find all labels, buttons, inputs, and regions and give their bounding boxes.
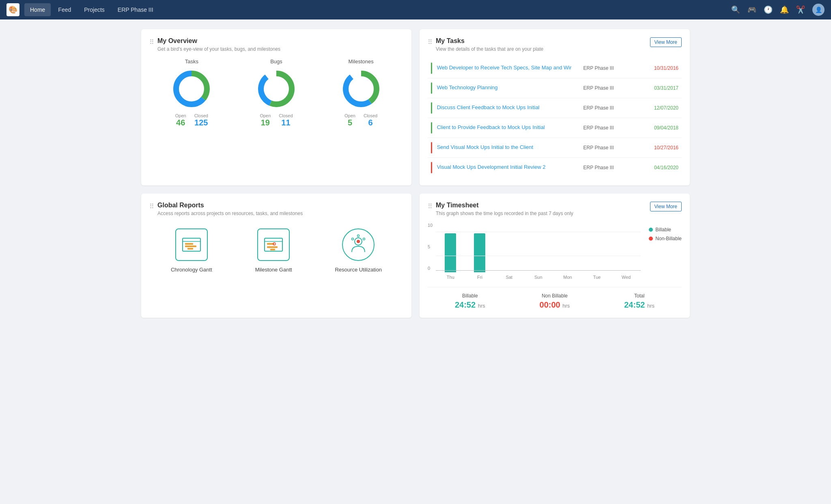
settings-icon[interactable]: ✂️ [796, 5, 805, 14]
bars-container: Thu Fri Sat Sun Mon Tue Wed [436, 232, 641, 280]
tasks-closed-group: Closed 125 [194, 113, 208, 127]
tasks-donut-canvas [171, 69, 212, 109]
bar-group: Thu [436, 233, 465, 280]
total-value: 24:52 hrs [624, 300, 654, 310]
task-date: 10/27/2016 [635, 138, 682, 158]
task-project: ERP Phase III [580, 78, 636, 98]
svg-point-20 [357, 235, 360, 237]
task-project: ERP Phase III [580, 158, 636, 178]
task-name-link[interactable]: Client to Provide Feedback to Mock Ups I… [437, 124, 545, 130]
timesheet-header: ⠿ My Timesheet This graph shows the time… [428, 202, 682, 216]
svg-rect-9 [185, 246, 196, 247]
task-date: 12/07/2020 [635, 98, 682, 118]
nav-items: Home Feed Projects ERP Phase III [24, 3, 731, 16]
legend-billable: Billable [649, 227, 682, 233]
task-name-link[interactable]: Web Developer to Receive Tech Specs, Sit… [437, 65, 572, 71]
main-content: ⠿ My Overview Get a bird's eye-view of y… [131, 19, 700, 327]
task-name-link[interactable]: Discuss Client Feedback to Mock Ups Init… [437, 104, 540, 110]
chronology-gantt-item[interactable]: Chronology Gantt [171, 228, 212, 273]
timesheet-view-more-button[interactable]: View More [650, 202, 682, 211]
search-icon[interactable]: 🔍 [731, 5, 740, 14]
bar [445, 233, 456, 272]
task-indicator [431, 142, 432, 153]
bar-group: Fri [465, 233, 494, 280]
tasks-header: ⠿ My Tasks View the details of the tasks… [428, 37, 682, 52]
milestones-counts: Open 5 Closed 6 [344, 113, 377, 127]
nav-icons: 🔍 🎮 🕐 🔔 ✂️ 👤 [731, 4, 825, 16]
app-logo[interactable]: 🎨 [6, 3, 19, 16]
milestone-gantt-item[interactable]: Milestone Gantt [255, 228, 292, 273]
timesheet-title-area: ⠿ My Timesheet This graph shows the time… [428, 202, 573, 216]
nav-home[interactable]: Home [24, 3, 51, 16]
nav-erp[interactable]: ERP Phase III [112, 3, 159, 16]
non-billable-total-value: 00:00 hrs [540, 300, 570, 310]
svg-rect-16 [267, 246, 278, 248]
table-row: Visual Mock Ups Development Initial Revi… [428, 158, 682, 178]
table-row: Discuss Client Feedback to Mock Ups Init… [428, 98, 682, 118]
billable-total: Billable 24:52 hrs [455, 293, 485, 310]
overview-subtitle: Get a bird's eye-view of your tasks, bug… [157, 46, 280, 52]
milestones-closed-label: Closed [364, 113, 377, 118]
table-row: Web Developer to Receive Tech Specs, Sit… [428, 58, 682, 78]
bugs-donut: Bugs Open 19 Closed 11 [256, 58, 297, 127]
billable-total-value: 24:52 hrs [455, 300, 485, 310]
milestones-open-label: Open [344, 113, 355, 118]
bugs-counts: Open 19 Closed 11 [260, 113, 293, 127]
grid-line-bottom [436, 270, 641, 271]
tasks-label: Tasks [185, 58, 198, 65]
svg-point-19 [357, 240, 360, 243]
billable-total-label: Billable [462, 293, 478, 299]
milestones-donut-canvas [341, 69, 381, 109]
nav-projects[interactable]: Projects [78, 3, 110, 16]
non-billable-total: Non Billable 00:00 hrs [540, 293, 570, 310]
bugs-closed-label: Closed [279, 113, 293, 118]
drag-handle: ⠿ [428, 38, 433, 46]
task-indicator [431, 62, 432, 74]
overview-title-area: ⠿ My Overview Get a bird's eye-view of y… [149, 37, 280, 52]
nav-feed[interactable]: Feed [52, 3, 77, 16]
bar-day-label: Mon [563, 275, 572, 280]
tasks-open-value: 46 [176, 118, 185, 127]
task-indicator [431, 82, 432, 94]
bugs-donut-canvas [256, 69, 297, 109]
overview-header: ⠿ My Overview Get a bird's eye-view of y… [149, 37, 403, 52]
bar-day-label: Sat [506, 275, 512, 280]
svg-rect-8 [185, 243, 193, 245]
bar-day-label: Fri [477, 275, 482, 280]
milestones-closed-group: Closed 6 [364, 113, 377, 127]
user-avatar[interactable]: 👤 [812, 4, 825, 16]
tasks-table: Web Developer to Receive Tech Specs, Sit… [428, 58, 682, 177]
bar-day-label: Thu [447, 275, 454, 280]
table-row: Web Technology Planning ERP Phase III 03… [428, 78, 682, 98]
tasks-title-area: ⠿ My Tasks View the details of the tasks… [428, 37, 543, 52]
timesheet-totals: Billable 24:52 hrs Non Billable 00:00 hr… [428, 287, 682, 310]
milestones-closed-value: 6 [368, 118, 373, 127]
task-date: 04/16/2020 [635, 158, 682, 178]
task-name-link[interactable]: Send Visual Mock Ups Initial to the Clie… [437, 144, 534, 150]
non-billable-total-label: Non Billable [542, 293, 568, 299]
billable-dot [649, 228, 653, 232]
bar-group: Sat [495, 272, 524, 280]
resource-utilization-item[interactable]: Resource Utilization [335, 228, 382, 273]
tasks-view-more-button[interactable]: View More [650, 37, 682, 47]
task-name-link[interactable]: Web Technology Planning [437, 84, 498, 90]
reports-card: ⠿ Global Reports Access reports across p… [141, 194, 411, 318]
bell-icon[interactable]: 🔔 [780, 5, 789, 14]
reports-subtitle: Access reports across projects on resour… [157, 211, 303, 216]
bugs-label: Bugs [270, 58, 282, 65]
timesheet-chart: 10 5 0 Thu Fri Sat [428, 223, 641, 280]
reports-icons: Chronology Gantt Milestone Gantt [149, 228, 403, 273]
task-date: 10/31/2016 [635, 58, 682, 78]
chart-body: 10 5 0 Thu Fri Sat [428, 223, 641, 280]
bar-day-label: Sun [534, 275, 543, 280]
timesheet-card: ⠿ My Timesheet This graph shows the time… [420, 194, 690, 318]
gamepad-icon[interactable]: 🎮 [747, 5, 756, 14]
task-name-link[interactable]: Visual Mock Ups Development Initial Revi… [437, 164, 546, 170]
milestones-open-value: 5 [348, 118, 352, 127]
grid-line-top [436, 232, 641, 232]
milestones-open-group: Open 5 [344, 113, 355, 127]
svg-rect-10 [187, 248, 193, 250]
overview-title: My Overview [157, 37, 280, 45]
clock-icon[interactable]: 🕐 [764, 5, 773, 14]
bugs-open-label: Open [260, 113, 271, 118]
